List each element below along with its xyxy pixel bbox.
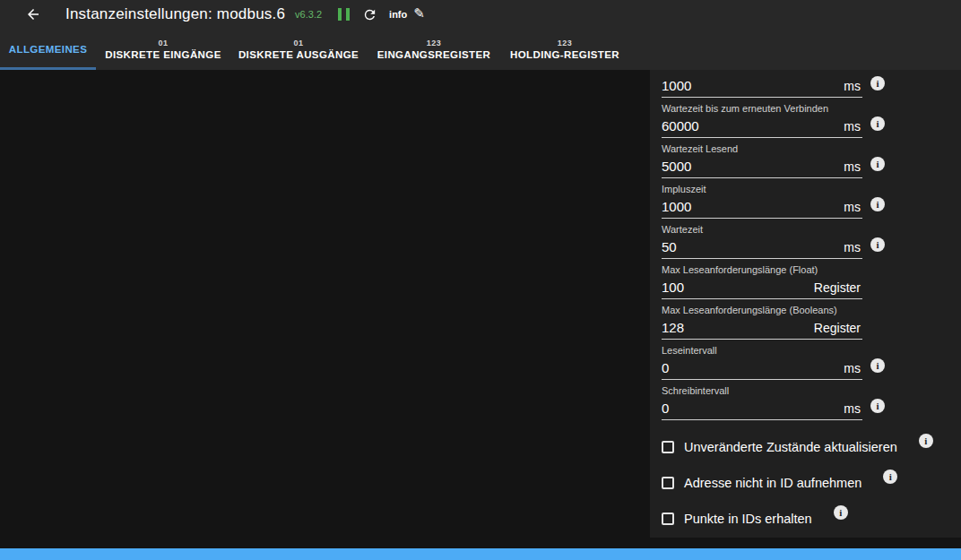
field-reconnect-wait: Wartezeit bis zum erneuten Verbinden 600… [662,102,961,138]
field-read-interval: Leseintervall 0 ms i [662,344,961,380]
tab-eingangsregister[interactable]: 123 EINGANGSREGISTER [367,29,501,70]
field-write-interval: Schreibintervall 0 ms i [662,384,961,420]
field-unit: Register [814,280,862,295]
field-value[interactable]: 0 [662,398,669,418]
tab-label: ALLGEMEINES [9,43,87,56]
page-title: Instanzeinstellungen: modbus.6 [65,5,285,23]
instance-settings-window: Instanzeinstellungen: modbus.6 v6.3.2 in… [0,0,961,560]
field-value[interactable]: 5000 [662,156,691,177]
tab-badge: 01 [293,39,303,48]
field-read-wait: Wartezeit Lesend 5000 ms i [662,142,961,178]
field-input[interactable]: 60000 ms [662,116,862,138]
field-value[interactable]: 50 [662,237,677,257]
info-icon[interactable]: i [870,116,885,131]
tab-holding-register[interactable]: 123 HOLDING-REGISTER [501,29,628,70]
checkbox-label: Adresse nicht in ID aufnehmen [684,476,861,490]
field-input[interactable]: 5000 ms [662,156,862,178]
info-icon[interactable]: i [870,358,885,373]
tab-diskrete-ausgaenge[interactable]: 01 DISKRETE AUSGÄNGE [230,29,367,70]
settings-panel: 1000 ms i Wartezeit bis zum erneuten Ver… [650,70,961,538]
tab-label: DISKRETE AUSGÄNGE [238,48,359,61]
field-label: Wartezeit bis zum erneuten Verbinden [662,102,961,115]
field-input[interactable]: 1000 ms [662,196,862,219]
version-label: v6.3.2 [295,9,322,20]
tab-allgemeines[interactable]: ALLGEMEINES [0,29,96,70]
field-label: Wartezeit [662,223,961,236]
arrow-left-icon [25,6,41,22]
field-unit: ms [844,119,862,134]
field-unit: ms [844,240,862,254]
field-pulse-time: Impluszeit 1000 ms i [662,183,961,219]
tab-label: DISKRETE EINGÄNGE [105,48,221,61]
field-max-read-float: Max Leseanforderungslänge (Float) 100 Re… [662,263,961,299]
checkbox-label: Punkte in IDs erhalten [684,512,812,526]
checkbox-keep-dots-in-ids[interactable]: Punkte in IDs erhalten i [662,508,961,530]
field-input[interactable]: 128 Register [662,317,862,340]
field-max-read-booleans: Max Leseanforderungslänge (Booleans) 128… [662,304,961,340]
field-unit: ms [844,159,862,174]
edit-pencil-icon[interactable]: ✎ [413,5,425,22]
info-link[interactable]: info [389,9,407,20]
field-label: Impluszeit [662,183,961,195]
info-icon[interactable]: i [870,197,885,211]
field-value[interactable]: 60000 [662,116,699,136]
checkbox[interactable] [662,513,674,525]
checkbox[interactable] [662,441,674,453]
field-value[interactable]: 128 [662,317,684,338]
field-unit: ms [844,200,862,214]
info-icon[interactable]: i [870,399,885,413]
checkbox[interactable] [662,477,674,489]
field-unit: ms [844,401,862,416]
tab-badge: 123 [558,39,573,48]
tab-label: EINGANGSREGISTER [377,48,491,61]
field-label: Max Leseanforderungslänge (Float) [662,263,961,276]
field-label: Schreibintervall [662,384,961,397]
pause-icon[interactable] [338,8,350,21]
field-value[interactable]: 1000 [662,75,691,96]
field-value[interactable]: 1000 [662,196,691,217]
refresh-icon[interactable] [362,7,377,22]
checkbox-section: Unveränderte Zustände aktualisieren i Ad… [662,436,961,530]
checkbox-label: Unveränderte Zustände aktualisieren [684,440,897,454]
back-button[interactable] [25,6,41,22]
info-icon[interactable]: i [883,470,897,484]
field-row-0: 1000 ms i [662,75,961,98]
info-icon[interactable]: i [919,434,933,448]
field-label: Leseintervall [662,344,961,357]
field-input[interactable]: 1000 ms [662,75,862,98]
checkbox-update-unchanged-states[interactable]: Unveränderte Zustände aktualisieren i [662,436,961,458]
checkbox-no-address-in-id[interactable]: Adresse nicht in ID aufnehmen i [662,472,961,494]
field-wait-time: Wartezeit 50 ms i [662,223,961,259]
field-input[interactable]: 50 ms [662,237,862,259]
field-input[interactable]: 100 Register [662,277,862,299]
field-input[interactable]: 0 ms [662,358,862,380]
field-label: Wartezeit Lesend [662,142,961,155]
info-icon[interactable]: i [870,157,885,171]
tab-label: HOLDING-REGISTER [510,48,619,61]
field-unit: ms [844,361,862,375]
tab-diskrete-eingaenge[interactable]: 01 DISKRETE EINGÄNGE [96,29,230,70]
tab-badge: 01 [158,39,168,48]
bottom-accent-bar [0,548,961,560]
info-icon[interactable]: i [834,505,848,520]
field-value[interactable]: 0 [662,358,669,378]
field-value[interactable]: 100 [662,277,684,297]
field-input[interactable]: 0 ms [662,398,862,420]
field-unit: ms [844,79,862,93]
app-header: Instanzeinstellungen: modbus.6 v6.3.2 in… [0,0,961,29]
field-label: Max Leseanforderungslänge (Booleans) [662,304,961,316]
info-icon[interactable]: i [870,237,885,252]
field-unit: Register [814,321,862,335]
tab-bar: ALLGEMEINES 01 DISKRETE EINGÄNGE 01 DISK… [0,29,961,70]
tab-badge: 123 [427,39,442,48]
info-icon[interactable]: i [870,76,885,90]
